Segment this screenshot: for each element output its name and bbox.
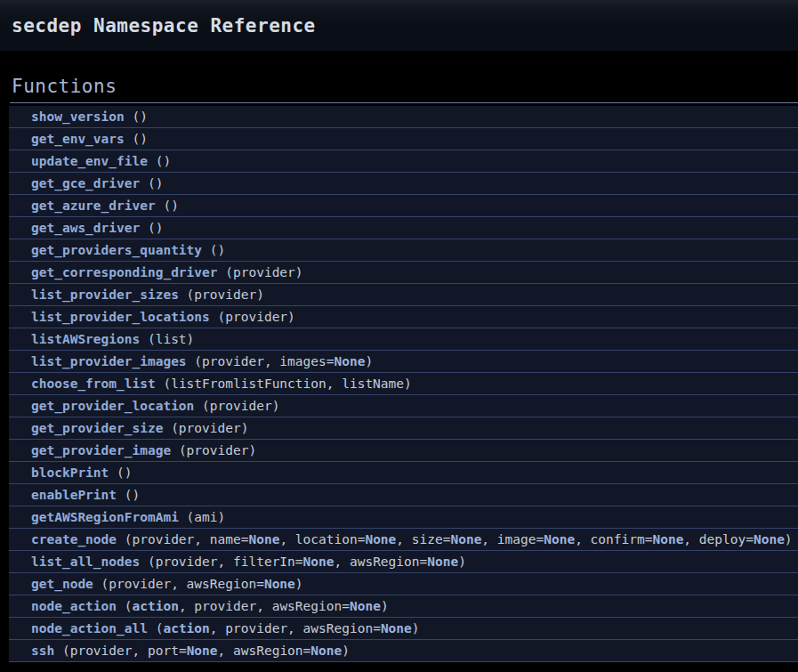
param-token: , confirm=: [575, 532, 652, 547]
param-token: (): [133, 109, 148, 124]
function-row: list_provider_images (provider, images=N…: [9, 351, 798, 373]
param-token: (: [125, 599, 133, 613]
page-title: secdep Namespace Reference: [12, 15, 316, 36]
keyword-token: None: [450, 532, 481, 547]
param-token: (listFromlistFunction, listName): [163, 376, 411, 391]
function-name-link[interactable]: blockPrint: [31, 462, 109, 483]
function-name-link[interactable]: get_provider_size: [31, 417, 163, 439]
function-signature: (): [109, 462, 132, 483]
function-row: update_env_file (): [9, 150, 798, 173]
function-signature: (): [140, 173, 163, 194]
param-token: (): [148, 221, 163, 235]
function-row: get_env_vars (): [9, 128, 798, 150]
param-token: (): [210, 243, 225, 257]
function-row: get_corresponding_driver (provider): [9, 262, 798, 284]
function-signature: (provider, images=None): [187, 351, 374, 372]
function-signature: (list): [140, 328, 194, 350]
keyword-token: None: [381, 621, 412, 636]
function-row: enablePrint (): [9, 484, 798, 506]
function-name-link[interactable]: get_gce_driver: [31, 173, 140, 194]
keyword-token: None: [334, 354, 365, 368]
keyword-token: action: [163, 621, 209, 636]
function-name-link[interactable]: create_node: [31, 529, 117, 550]
param-token: (provider): [225, 265, 302, 279]
param-token: , image=: [481, 532, 544, 547]
keyword-token: None: [427, 555, 458, 569]
param-token: (): [156, 154, 171, 168]
keyword-token: None: [652, 532, 683, 547]
keyword-token: action: [133, 599, 179, 613]
function-row: show_version (): [9, 106, 798, 128]
param-token: (ami): [187, 510, 226, 524]
function-signature: (provider): [194, 395, 279, 417]
param-token: , size=: [396, 532, 450, 547]
param-token: (list): [148, 332, 194, 346]
function-row: list_all_nodes (provider, filterIn=None,…: [9, 551, 798, 573]
function-name-link[interactable]: get_provider_image: [31, 440, 171, 461]
param-token: (provider): [179, 443, 256, 457]
function-name-link[interactable]: get_aws_driver: [31, 217, 140, 239]
function-name-link[interactable]: node_action_all: [31, 618, 148, 639]
function-signature: (ami): [179, 506, 225, 528]
function-name-link[interactable]: get_corresponding_driver: [31, 262, 218, 283]
function-name-link[interactable]: show_version: [31, 106, 125, 127]
function-signature: (provider): [163, 417, 248, 439]
function-name-link[interactable]: update_env_file: [31, 150, 148, 172]
function-name-link[interactable]: get_provider_location: [31, 395, 194, 417]
function-name-link[interactable]: get_node: [31, 573, 93, 595]
function-signature: (provider): [179, 284, 264, 305]
function-row: ssh (provider, port=None, awsRegion=None…: [9, 640, 798, 662]
function-signature: (): [148, 150, 171, 172]
param-token: ): [342, 644, 350, 658]
function-name-link[interactable]: list_provider_images: [31, 351, 187, 372]
function-name-link[interactable]: node_action: [31, 595, 117, 617]
function-name-link[interactable]: enablePrint: [31, 484, 117, 506]
function-signature: (provider, port=None, awsRegion=None): [54, 640, 350, 661]
param-token: , awsRegion=: [334, 555, 427, 569]
function-name-link[interactable]: get_providers_quantity: [31, 239, 202, 261]
param-token: (provider, name=: [125, 532, 249, 547]
content-area: Functions show_version () get_env_vars (…: [0, 51, 798, 662]
keyword-token: None: [365, 532, 396, 547]
function-name-link[interactable]: list_all_nodes: [31, 551, 140, 572]
function-name-link[interactable]: get_azure_driver: [31, 195, 156, 216]
param-token: (provider): [202, 399, 279, 413]
param-token: (provider, images=: [194, 354, 334, 368]
function-name-link[interactable]: choose_from_list: [31, 373, 156, 394]
function-name-link[interactable]: get_env_vars: [31, 128, 125, 150]
function-signature: (): [125, 128, 148, 150]
function-name-link[interactable]: list_provider_sizes: [31, 284, 179, 305]
param-token: , provider, awsRegion=: [179, 599, 350, 613]
function-signature: (provider, filterIn=None, awsRegion=None…: [140, 551, 466, 572]
param-token: ): [365, 354, 373, 368]
keyword-token: None: [187, 644, 218, 658]
function-name-link[interactable]: getAWSRegionFromAmi: [31, 506, 179, 528]
function-row: node_action_all (action, provider, awsRe…: [9, 618, 798, 640]
function-row: get_provider_location (provider): [9, 395, 798, 417]
function-signature: (): [202, 239, 225, 261]
function-row: get_providers_quantity (): [9, 239, 798, 262]
function-row: getAWSRegionFromAmi (ami): [9, 506, 798, 529]
function-name-link[interactable]: ssh: [31, 640, 54, 661]
keyword-token: None: [248, 532, 279, 547]
functions-heading: Functions: [12, 76, 798, 97]
keyword-token: None: [544, 532, 575, 547]
function-row: list_provider_sizes (provider): [9, 284, 798, 306]
function-row: create_node (provider, name=None, locati…: [9, 529, 798, 551]
function-signature: (provider): [210, 306, 295, 328]
param-token: ): [381, 599, 389, 613]
param-token: ): [295, 577, 303, 591]
param-token: (provider): [218, 310, 295, 324]
function-signature: (provider, awsRegion=None): [93, 573, 303, 595]
function-row: blockPrint (): [9, 462, 798, 484]
keyword-token: None: [350, 599, 381, 613]
param-token: ): [785, 532, 793, 547]
param-token: ): [412, 621, 420, 636]
function-name-link[interactable]: listAWSregions: [31, 328, 140, 350]
function-row: choose_from_list (listFromlistFunction, …: [9, 373, 798, 395]
function-name-link[interactable]: list_provider_locations: [31, 306, 210, 328]
page-header: secdep Namespace Reference: [0, 0, 798, 51]
function-row: get_provider_image (provider): [9, 440, 798, 462]
param-token: (): [117, 466, 132, 480]
function-signature: (listFromlistFunction, listName): [156, 373, 412, 394]
